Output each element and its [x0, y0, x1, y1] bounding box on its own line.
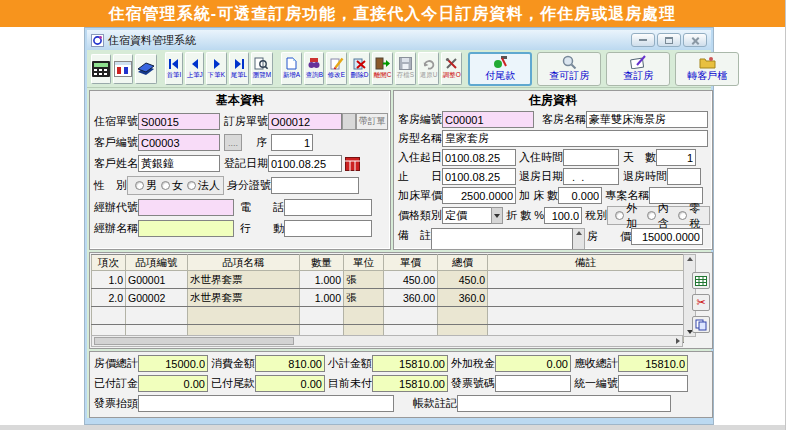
cut-row-button[interactable]: ✂ — [692, 294, 710, 311]
receivable-total-field[interactable] — [618, 355, 688, 372]
customer-name-field[interactable] — [138, 155, 220, 172]
window-titlebar[interactable]: 住宿資料管理系統 — [87, 30, 711, 50]
copy-row-button[interactable] — [692, 316, 710, 333]
extra-bed-count-label: 加 床 數 — [519, 188, 558, 203]
extra-bed-price-field[interactable] — [442, 187, 516, 204]
tax-zero-radio[interactable] — [678, 211, 687, 220]
reg-date-field[interactable] — [268, 155, 342, 172]
lodging-no-field[interactable] — [138, 113, 220, 130]
checkout-date-field[interactable] — [563, 168, 619, 185]
checkout-time-field[interactable] — [667, 168, 701, 185]
prev-record-button[interactable]: 上筆J — [185, 52, 205, 85]
calculator-button[interactable] — [91, 54, 111, 84]
next-record-button[interactable]: 下筆K — [206, 52, 227, 85]
pay-balance-button[interactable]: 付尾款 — [468, 52, 532, 86]
room-type-field[interactable] — [442, 130, 708, 147]
scroll-right-icon — [676, 338, 680, 344]
table-row[interactable]: 2.0 G00002 水世界套票 1.000 張 360.00 360.0 — [92, 289, 684, 307]
phone-field[interactable] — [284, 199, 372, 216]
exit-button[interactable]: 離開C — [372, 52, 393, 85]
gender-radio-group: 男 女 法人 — [127, 176, 224, 195]
tax-id-field[interactable] — [618, 375, 688, 392]
paid-deposit-field[interactable] — [138, 375, 208, 392]
transfer-customer-file-button[interactable]: 轉客戶檔 — [675, 52, 739, 86]
end-date-label: 止 日 — [398, 169, 442, 184]
tax-included-radio[interactable] — [647, 211, 656, 220]
agent-code-field[interactable] — [138, 199, 234, 216]
book-button[interactable] — [135, 54, 157, 84]
room-name-field[interactable] — [586, 111, 708, 128]
next-record-icon — [210, 58, 224, 70]
seq-field[interactable] — [271, 134, 313, 151]
maximize-icon — [665, 37, 673, 44]
addon-tax-field[interactable] — [495, 355, 571, 372]
query-button[interactable]: 查詢B — [304, 52, 325, 85]
toolbar-right-group: 付尾款 查可訂房 查訂房 — [463, 52, 739, 86]
gender-male-radio[interactable] — [135, 181, 144, 190]
modify-button[interactable]: 修改E — [326, 52, 347, 85]
undo-button[interactable]: 還原U — [418, 52, 439, 85]
bring-order-icon-button[interactable] — [342, 113, 356, 130]
price-type-dropdown-button[interactable] — [491, 207, 503, 224]
table-horizontal-scrollbar[interactable] — [91, 335, 683, 347]
unpaid-field[interactable] — [372, 375, 448, 392]
mobile-field[interactable] — [284, 220, 372, 237]
agent-name-field[interactable] — [138, 220, 234, 237]
summary-panel: 房價總計 消費金額 小計金額 外加稅金 應收總計 已付訂金 已付尾款 目前未付 … — [89, 351, 713, 418]
browse-button[interactable]: 瀏覽M — [251, 52, 273, 85]
checkin-time-field[interactable] — [563, 149, 619, 166]
room-no-field[interactable] — [442, 111, 534, 128]
note-field[interactable] — [431, 228, 573, 250]
seq-label: 序 — [256, 135, 267, 150]
minimize-button[interactable] — [631, 33, 655, 47]
price-type-select[interactable] — [442, 207, 492, 224]
table-row[interactable]: 1.0 G00001 水世界套票 1.000 張 450.00 450.0 — [92, 271, 684, 289]
book-icon — [136, 61, 156, 76]
window-icon — [91, 34, 104, 47]
table-row-empty[interactable] — [92, 307, 684, 325]
exit-icon — [375, 57, 390, 70]
tax-addon-radio[interactable] — [615, 211, 624, 220]
extra-bed-count-field[interactable] — [558, 187, 602, 204]
delete-button[interactable]: 刪除D — [349, 52, 370, 85]
close-button[interactable] — [683, 33, 707, 47]
search-available-rooms-button[interactable]: 查可訂房 — [537, 52, 601, 86]
checkout-time-label: 退房時間 — [623, 169, 667, 184]
calendar-icon — [114, 61, 132, 77]
add-button[interactable]: 新增A — [281, 52, 302, 85]
customer-no-label: 客戶編號 — [94, 135, 138, 150]
invoice-title-field[interactable] — [138, 395, 394, 412]
last-record-button[interactable]: 尾筆L — [229, 52, 249, 85]
room-total-field[interactable] — [138, 355, 208, 372]
search-booking-button[interactable]: 查訂房 — [606, 52, 670, 86]
scrollbar-thumb[interactable] — [94, 337, 294, 345]
first-record-button[interactable]: 首筆I — [165, 52, 183, 85]
chevron-down-icon — [494, 214, 500, 218]
table-grid-button[interactable] — [692, 272, 710, 289]
calendar-button[interactable] — [113, 54, 133, 84]
customer-no-field[interactable] — [138, 134, 220, 151]
discount-field[interactable] — [544, 207, 582, 224]
customer-lookup-button[interactable]: .... — [224, 134, 242, 151]
gender-legal-radio[interactable] — [187, 181, 196, 190]
note-scrollbar[interactable] — [573, 228, 585, 250]
price-field[interactable] — [631, 228, 703, 245]
subtotal-amount-field[interactable] — [372, 355, 448, 372]
paid-balance-field[interactable] — [255, 375, 325, 392]
save-button[interactable]: 存檔S — [395, 52, 416, 85]
invoice-no-field[interactable] — [495, 375, 571, 392]
date-picker-icon[interactable] — [345, 157, 360, 171]
days-field[interactable] — [656, 149, 696, 166]
modify-icon — [330, 57, 344, 70]
checkin-field[interactable] — [442, 149, 516, 166]
bring-order-button[interactable]: 帶訂單 — [356, 113, 388, 130]
account-note-field[interactable] — [457, 395, 671, 412]
room-total-label: 房價總計 — [94, 356, 138, 371]
adjust-button[interactable]: 調整O — [441, 52, 462, 85]
gender-female-radio[interactable] — [161, 181, 170, 190]
maximize-button[interactable] — [657, 33, 681, 47]
booking-no-field[interactable] — [268, 113, 342, 130]
end-date-field[interactable] — [442, 168, 516, 185]
id-no-field[interactable] — [271, 177, 359, 194]
consume-amount-field[interactable] — [255, 355, 325, 372]
